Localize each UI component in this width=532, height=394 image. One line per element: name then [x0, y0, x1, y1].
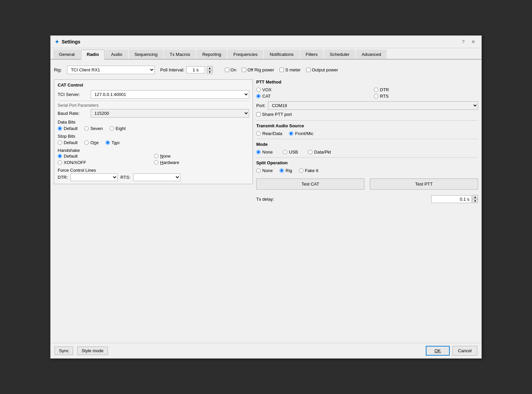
mode-section: Mode None USB Data/Pkt [256, 142, 478, 155]
data-bits-group: Default Seven Eight [58, 126, 249, 131]
titlebar: ✦ Settings ? ✕ [51, 36, 481, 48]
tab-radio[interactable]: Radio [81, 50, 105, 60]
tab-frequencies[interactable]: Frequencies [228, 50, 263, 59]
handshake-hardware[interactable]: Hardware [154, 160, 249, 165]
rig-select[interactable]: TCI Client RX1 [67, 66, 155, 74]
stop-bits-two[interactable]: Two [106, 140, 120, 145]
on-checkbox[interactable] [225, 68, 229, 72]
tx-delay-down-btn[interactable]: ▼ [472, 199, 478, 203]
tab-general[interactable]: General [53, 50, 80, 59]
output-power-label: Output power [312, 67, 338, 72]
baud-rate-select[interactable]: 115200 [91, 109, 249, 118]
tab-audio[interactable]: Audio [105, 50, 128, 59]
ok-button[interactable]: OK [426, 346, 450, 356]
window-title: Settings [62, 39, 80, 44]
tx-delay-input[interactable] [431, 195, 472, 203]
tab-advanced[interactable]: Advanced [356, 50, 387, 59]
tx-delay-row: Tx delay: ▲ ▼ [256, 195, 478, 203]
s-meter-checkbox[interactable] [279, 68, 284, 72]
ptt-vox[interactable]: VOX [256, 87, 360, 92]
rig-label: Rig: [54, 67, 62, 72]
stop-bits-group: Default One Two [58, 140, 249, 145]
tab-filters[interactable]: Filters [300, 50, 323, 59]
rig-row: Rig: TCI Client RX1 Poll Interval: ▲ ▼ O… [54, 63, 478, 77]
tab-scheduler[interactable]: Scheduler [324, 50, 355, 59]
s-meter-checkbox-item: S meter [279, 67, 301, 72]
handshake-xon-xoff[interactable]: XON/XOFF [58, 160, 153, 165]
off-rig-power-checkbox[interactable] [242, 68, 246, 72]
bottom-bar: Sync Style mode OK Cancel [51, 343, 481, 358]
mode-title: Mode [256, 142, 478, 147]
stop-bits-default[interactable]: Default [58, 140, 78, 145]
divider-3 [256, 157, 478, 158]
data-bits-default[interactable]: Default [58, 126, 78, 131]
ptt-cat[interactable]: CAT [256, 94, 360, 99]
output-power-checkbox[interactable] [306, 68, 311, 72]
help-button[interactable]: ? [460, 38, 467, 45]
off-rig-power-label: Off Rig power [247, 67, 274, 72]
s-meter-label: S meter [285, 67, 301, 72]
tab-notifications[interactable]: Notifications [264, 50, 299, 59]
settings-window: ✦ Settings ? ✕ General Radio Audio Seque… [50, 35, 482, 359]
ptt-rts[interactable]: RTS [374, 94, 478, 99]
poll-down-btn[interactable]: ▼ [207, 70, 213, 74]
off-rig-power-checkbox-item: Off Rig power [242, 67, 274, 72]
dtr-select[interactable] [70, 173, 118, 181]
split-none[interactable]: None [256, 168, 273, 173]
style-mode-button[interactable]: Style mode [77, 347, 108, 355]
close-button[interactable]: ✕ [469, 38, 477, 45]
baud-rate-row: Baud Rate: 115200 [58, 109, 249, 118]
ok-cancel-buttons: OK Cancel [426, 346, 477, 356]
stop-bits-one[interactable]: One [84, 140, 99, 145]
handshake-default[interactable]: Default [58, 154, 153, 159]
tab-reporting[interactable]: Reporting [197, 50, 227, 59]
split-radio-group: None Rig Fake It [256, 168, 478, 173]
split-rig[interactable]: Rig [279, 168, 292, 173]
share-ptt-row: Share PTT port [256, 112, 478, 117]
poll-label: Poll Interval: [160, 67, 184, 72]
tab-tx-macros[interactable]: Tx Macros [164, 50, 196, 59]
transmit-audio-group: Rear/Data Front/Mic [256, 131, 478, 136]
poll-interval-input[interactable] [186, 66, 205, 73]
handshake-label: Handshake [58, 148, 249, 153]
on-label: On [231, 67, 236, 72]
stop-bits-label: Stop Bits [58, 134, 249, 139]
transmit-audio-title: Transmit Audio Source [256, 123, 478, 128]
main-area: CAT Control TCI Server: 127.0.0.1:40001 … [54, 79, 478, 203]
tab-sequencing[interactable]: Sequencing [129, 50, 164, 59]
app-icon: ✦ [55, 39, 59, 45]
on-checkbox-item: On [225, 67, 236, 72]
bottom-left: Sync Style mode [55, 347, 108, 355]
force-control-label: Force Control Lines [58, 168, 249, 173]
tci-server-select[interactable]: 127.0.0.1:40001 [91, 90, 249, 99]
cancel-button[interactable]: Cancel [452, 346, 477, 356]
data-bits-eight[interactable]: Eight [110, 126, 126, 131]
data-bits-label: Data Bits [58, 120, 249, 125]
share-ptt-label: Share PTT port [262, 112, 292, 117]
port-select[interactable]: COM19 [268, 101, 478, 110]
share-ptt-checkbox[interactable] [256, 112, 261, 117]
sync-button[interactable]: Sync [55, 347, 73, 355]
split-fake-it[interactable]: Fake It [299, 168, 319, 173]
tci-server-label: TCI Server: [58, 92, 88, 97]
poll-up-btn[interactable]: ▲ [207, 66, 213, 70]
divider-1 [256, 120, 478, 121]
test-buttons-row: Test CAT Test PTT [256, 178, 478, 190]
tx-delay-up-btn[interactable]: ▲ [472, 195, 478, 199]
handshake-none[interactable]: None [154, 154, 249, 159]
serial-port-section: Serial Port Parameters Baud Rate: 115200… [58, 101, 249, 181]
rts-label: RTS: [120, 175, 130, 180]
rts-select[interactable] [133, 173, 180, 181]
test-ptt-button[interactable]: Test PTT [370, 178, 478, 190]
data-bits-seven[interactable]: Seven [84, 126, 103, 131]
mode-none[interactable]: None [256, 150, 273, 155]
mode-usb[interactable]: USB [283, 150, 298, 155]
test-cat-button[interactable]: Test CAT [256, 178, 364, 190]
ptt-section: PTT Method VOX DTR CAT [256, 79, 478, 117]
mode-data-pkt[interactable]: Data/Pkt [308, 150, 331, 155]
transmit-front-mic[interactable]: Front/Mic [289, 131, 313, 136]
handshake-group: Default None XON/XOFF [58, 154, 249, 165]
transmit-audio-section: Transmit Audio Source Rear/Data Front/Mi… [256, 123, 478, 136]
ptt-dtr[interactable]: DTR [374, 87, 478, 92]
transmit-rear-data[interactable]: Rear/Data [256, 131, 282, 136]
